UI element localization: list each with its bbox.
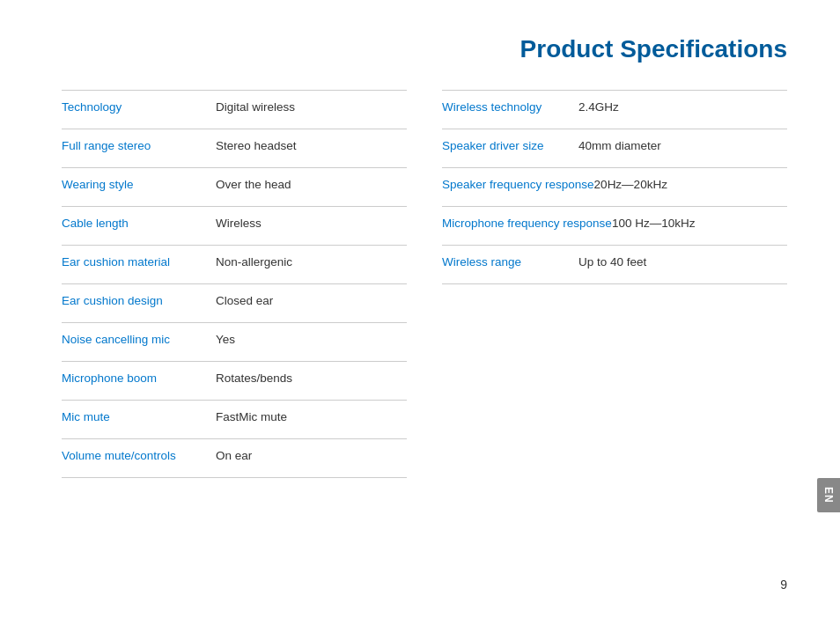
page-title: Product Specifications bbox=[0, 0, 840, 90]
table-row: Wearing styleOver the head bbox=[62, 168, 407, 207]
spec-label: Ear cushion material bbox=[62, 254, 216, 271]
table-row: Microphone frequency response100 Hz—10kH… bbox=[442, 207, 787, 246]
spec-value: 100 Hz—10kHz bbox=[612, 216, 696, 232]
spec-value: 2.4GHz bbox=[578, 99, 619, 116]
spec-value: FastMic mute bbox=[216, 409, 287, 426]
spec-value: Yes bbox=[216, 332, 235, 349]
table-row: Speaker driver size40mm diameter bbox=[442, 129, 787, 168]
spec-value: Stereo headset bbox=[216, 138, 297, 155]
spec-label: Ear cushion design bbox=[62, 293, 216, 310]
spec-value: Closed ear bbox=[216, 293, 273, 310]
spec-value: Up to 40 feet bbox=[578, 254, 646, 271]
spec-value: Non-allergenic bbox=[216, 254, 292, 271]
spec-label: Mic mute bbox=[62, 409, 216, 426]
spec-label: Noise cancelling mic bbox=[62, 332, 216, 349]
spec-value: Digital wireless bbox=[216, 99, 295, 116]
spec-label: Speaker frequency response bbox=[442, 177, 594, 194]
spec-label: Wireless technolgy bbox=[442, 99, 578, 116]
spec-value: 20Hz—20kHz bbox=[594, 177, 667, 194]
spec-label: Cable length bbox=[62, 216, 216, 232]
table-row: TechnologyDigital wireless bbox=[62, 91, 407, 129]
right-column: Wireless technolgy2.4GHzSpeaker driver s… bbox=[442, 90, 787, 478]
spec-value: Rotates/bends bbox=[216, 371, 292, 387]
spec-label: Speaker driver size bbox=[442, 138, 578, 155]
table-row: Ear cushion materialNon-allergenic bbox=[62, 246, 407, 284]
left-column: TechnologyDigital wirelessFull range ste… bbox=[62, 90, 407, 478]
table-row: Wireless technolgy2.4GHz bbox=[442, 91, 787, 129]
spec-label: Volume mute/controls bbox=[62, 448, 216, 465]
table-row: Mic muteFastMic mute bbox=[62, 401, 407, 439]
spec-label: Full range stereo bbox=[62, 138, 216, 155]
spec-label: Microphone frequency response bbox=[442, 216, 612, 232]
table-row: Speaker frequency response20Hz—20kHz bbox=[442, 168, 787, 207]
spec-label: Wireless range bbox=[442, 254, 578, 271]
table-row: Full range stereoStereo headset bbox=[62, 129, 407, 168]
spec-value: Over the head bbox=[216, 177, 291, 194]
spec-label: Microphone boom bbox=[62, 371, 216, 387]
en-tab: EN bbox=[817, 478, 840, 512]
spec-value: On ear bbox=[216, 448, 252, 465]
table-row: Cable lengthWireless bbox=[62, 207, 407, 246]
table-row: Ear cushion designClosed ear bbox=[62, 284, 407, 323]
table-row: Microphone boomRotates/bends bbox=[62, 362, 407, 401]
table-row: Noise cancelling micYes bbox=[62, 323, 407, 362]
table-row: Volume mute/controlsOn ear bbox=[62, 439, 407, 478]
spec-value: Wireless bbox=[216, 216, 262, 232]
spec-label: Wearing style bbox=[62, 177, 216, 194]
spec-label: Technology bbox=[62, 99, 216, 116]
content-area: TechnologyDigital wirelessFull range ste… bbox=[0, 90, 840, 478]
spec-value: 40mm diameter bbox=[578, 138, 661, 155]
page-number: 9 bbox=[780, 578, 787, 592]
table-row: Wireless rangeUp to 40 feet bbox=[442, 246, 787, 284]
